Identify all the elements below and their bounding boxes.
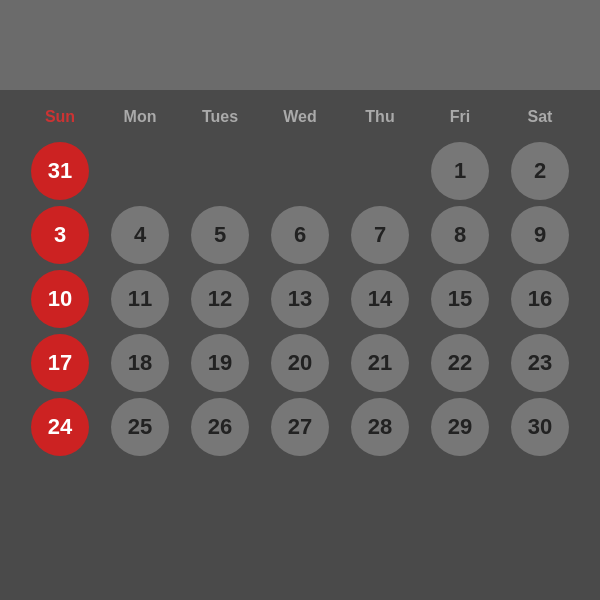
calendar-header xyxy=(0,0,600,90)
day-number[interactable]: 17 xyxy=(31,334,89,392)
day-name-sun: Sun xyxy=(20,100,100,134)
day-cell: 30 xyxy=(500,398,580,456)
calendar-body: SunMonTuesWedThuFriSat 31123456789101112… xyxy=(0,90,600,600)
day-number[interactable]: 31 xyxy=(31,142,89,200)
day-cell: 18 xyxy=(100,334,180,392)
day-number[interactable]: 12 xyxy=(191,270,249,328)
day-number[interactable]: 10 xyxy=(31,270,89,328)
empty-day xyxy=(111,142,169,200)
day-cell: 22 xyxy=(420,334,500,392)
day-cell: 24 xyxy=(20,398,100,456)
day-number[interactable]: 24 xyxy=(31,398,89,456)
day-cell: 21 xyxy=(340,334,420,392)
day-name-wed: Wed xyxy=(260,100,340,134)
day-number[interactable]: 4 xyxy=(111,206,169,264)
day-number[interactable]: 25 xyxy=(111,398,169,456)
day-number[interactable]: 9 xyxy=(511,206,569,264)
day-cell: 10 xyxy=(20,270,100,328)
day-number[interactable]: 6 xyxy=(271,206,329,264)
day-cell: 13 xyxy=(260,270,340,328)
day-number[interactable]: 1 xyxy=(431,142,489,200)
day-cell: 3 xyxy=(20,206,100,264)
day-number[interactable]: 21 xyxy=(351,334,409,392)
day-cell: 28 xyxy=(340,398,420,456)
day-number[interactable]: 20 xyxy=(271,334,329,392)
days-grid: 3112345678910111213141516171819202122232… xyxy=(20,142,580,456)
day-cell: 20 xyxy=(260,334,340,392)
calendar: SunMonTuesWedThuFriSat 31123456789101112… xyxy=(0,0,600,600)
day-number[interactable]: 22 xyxy=(431,334,489,392)
day-name-sat: Sat xyxy=(500,100,580,134)
day-cell: 12 xyxy=(180,270,260,328)
day-cell: 23 xyxy=(500,334,580,392)
day-number[interactable]: 11 xyxy=(111,270,169,328)
empty-day xyxy=(351,142,409,200)
day-cell: 8 xyxy=(420,206,500,264)
day-cell xyxy=(260,142,340,200)
day-cell: 6 xyxy=(260,206,340,264)
day-number[interactable]: 5 xyxy=(191,206,249,264)
days-header: SunMonTuesWedThuFriSat xyxy=(20,100,580,134)
day-number[interactable]: 16 xyxy=(511,270,569,328)
day-number[interactable]: 26 xyxy=(191,398,249,456)
day-cell: 17 xyxy=(20,334,100,392)
day-number[interactable]: 27 xyxy=(271,398,329,456)
day-name-fri: Fri xyxy=(420,100,500,134)
day-cell: 15 xyxy=(420,270,500,328)
day-number[interactable]: 19 xyxy=(191,334,249,392)
day-cell xyxy=(340,142,420,200)
day-name-thu: Thu xyxy=(340,100,420,134)
day-cell: 25 xyxy=(100,398,180,456)
day-cell: 7 xyxy=(340,206,420,264)
day-number[interactable]: 15 xyxy=(431,270,489,328)
day-number[interactable]: 29 xyxy=(431,398,489,456)
day-number[interactable]: 18 xyxy=(111,334,169,392)
day-number[interactable]: 7 xyxy=(351,206,409,264)
day-cell: 31 xyxy=(20,142,100,200)
day-cell: 9 xyxy=(500,206,580,264)
day-name-tues: Tues xyxy=(180,100,260,134)
day-number[interactable]: 23 xyxy=(511,334,569,392)
empty-day xyxy=(271,142,329,200)
day-cell: 19 xyxy=(180,334,260,392)
day-cell: 11 xyxy=(100,270,180,328)
day-number[interactable]: 30 xyxy=(511,398,569,456)
day-cell: 26 xyxy=(180,398,260,456)
day-number[interactable]: 13 xyxy=(271,270,329,328)
day-cell: 14 xyxy=(340,270,420,328)
day-cell: 1 xyxy=(420,142,500,200)
day-number[interactable]: 28 xyxy=(351,398,409,456)
day-number[interactable]: 3 xyxy=(31,206,89,264)
empty-day xyxy=(191,142,249,200)
day-cell xyxy=(180,142,260,200)
day-cell xyxy=(100,142,180,200)
day-name-mon: Mon xyxy=(100,100,180,134)
day-number[interactable]: 2 xyxy=(511,142,569,200)
day-cell: 5 xyxy=(180,206,260,264)
day-cell: 4 xyxy=(100,206,180,264)
day-number[interactable]: 14 xyxy=(351,270,409,328)
day-cell: 29 xyxy=(420,398,500,456)
day-cell: 2 xyxy=(500,142,580,200)
day-number[interactable]: 8 xyxy=(431,206,489,264)
day-cell: 27 xyxy=(260,398,340,456)
day-cell: 16 xyxy=(500,270,580,328)
